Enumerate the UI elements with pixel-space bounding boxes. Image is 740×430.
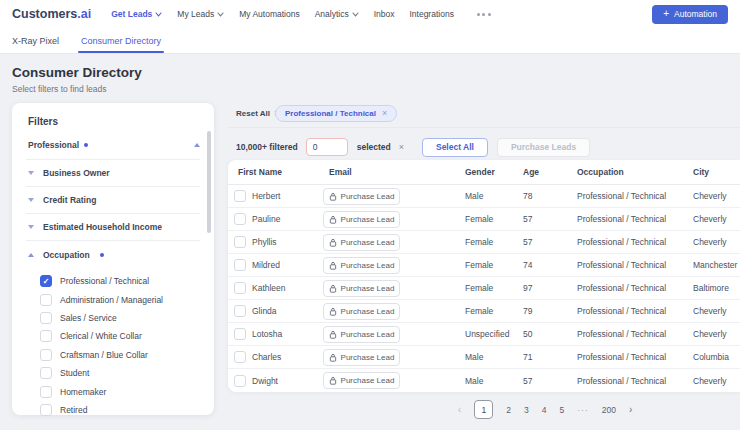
section-label: Estimated Household Income [43,222,162,232]
cell-gender: Female [465,260,523,270]
automation-button-label: Automation [674,9,717,19]
purchase-lead-button[interactable]: Purchase Lead [323,188,400,205]
category-label: Professional [28,140,79,150]
filter-section-household-income[interactable]: Estimated Household Income [26,214,200,241]
row-checkbox[interactable] [234,259,246,271]
cell-age: 57 [523,214,577,224]
checkbox[interactable] [40,349,52,361]
cell-age: 79 [523,306,577,316]
cell-city: Columbia [693,352,740,362]
filter-chip-professional-technical[interactable]: Professional / Technical × [275,105,397,122]
cell-first-name: Mildred [252,260,323,270]
lock-icon [329,215,337,224]
page-button-2[interactable]: 2 [506,405,511,415]
nav-item-integrations[interactable]: Integrations [409,9,453,19]
page-button-3[interactable]: 3 [524,405,529,415]
checkbox[interactable] [40,312,52,324]
option-student[interactable]: Student [40,364,204,382]
purchase-lead-button[interactable]: Purchase Lead [323,280,400,297]
lock-icon [329,330,337,339]
cell-city: Cheverly [693,376,740,386]
page-button-5[interactable]: 5 [560,405,565,415]
cell-occupation: Professional / Technical [577,283,693,293]
reset-all-button[interactable]: Reset All × [236,109,279,118]
row-checkbox[interactable] [234,282,246,294]
option-retired[interactable]: Retired [40,401,204,419]
add-automation-button[interactable]: + Automation [652,5,728,24]
purchase-lead-button[interactable]: Purchase Lead [323,326,400,343]
purchase-leads-button[interactable]: Purchase Leads [497,138,590,157]
option-label: Craftsman / Blue Collar [60,350,148,360]
purchase-lead-button[interactable]: Purchase Lead [323,349,400,366]
nav-item-my-leads[interactable]: My Leads [177,9,224,19]
purchase-lead-button[interactable]: Purchase Lead [323,234,400,251]
chip-remove-icon[interactable]: × [382,109,387,118]
page-button-1[interactable]: 1 [474,400,493,419]
select-all-button[interactable]: Select All [422,138,488,157]
cell-gender: Male [465,352,523,362]
option-label: Professional / Technical [60,276,149,286]
checkbox[interactable] [40,330,52,342]
cell-email: Purchase Lead [323,257,465,274]
row-checkbox[interactable] [234,305,246,317]
cell-first-name: Herbert [252,191,323,201]
app-logo[interactable]: Customers.ai [12,7,91,21]
filter-section-credit-rating[interactable]: Credit Rating [26,187,200,214]
checkbox[interactable] [40,294,52,306]
chip-label: Professional / Technical [285,109,376,118]
checkbox[interactable] [40,386,52,398]
filter-section-business-owner[interactable]: Business Owner [26,160,200,187]
checkbox-checked[interactable]: ✓ [40,275,52,287]
tab-consumer-directory[interactable]: Consumer Directory [81,28,161,53]
table-row: Kathleen Purchase Lead Female 97 Profess… [228,277,740,300]
cell-first-name: Kathleen [252,283,323,293]
cell-city: Cheverly [693,306,740,316]
clear-selection-icon[interactable]: × [399,143,404,152]
filter-section-occupation[interactable]: Occupation [26,241,200,268]
option-professional-technical[interactable]: ✓ Professional / Technical [40,272,204,290]
collapse-arrow-icon[interactable] [194,143,200,147]
option-craftsman-blue-collar[interactable]: Craftsman / Blue Collar [40,346,204,364]
previous-page-icon[interactable]: ‹ [458,404,461,415]
table-row: Mildred Purchase Lead Female 74 Professi… [228,254,740,277]
option-homemaker[interactable]: Homemaker [40,382,204,400]
tab-xray-pixel[interactable]: X-Ray Pixel [12,28,59,53]
sub-tabbar: X-Ray Pixel Consumer Directory [0,28,740,54]
option-label: Administration / Managerial [60,295,163,305]
more-options-icon[interactable] [477,13,491,16]
cell-age: 78 [523,191,577,201]
top-navbar: Customers.ai Get Leads My Leads My Autom… [0,0,740,28]
nav-item-my-automations[interactable]: My Automations [239,9,299,19]
filter-category-professional[interactable]: Professional [28,140,200,150]
filters-scrollbar[interactable] [207,131,211,233]
page-button-4[interactable]: 4 [542,405,547,415]
nav-item-inbox[interactable]: Inbox [374,9,395,19]
cell-gender: Female [465,214,523,224]
cell-gender: Unspecified [465,329,523,339]
next-page-icon[interactable]: › [629,404,632,415]
option-label: Retired [60,405,87,415]
checkbox[interactable] [40,404,52,416]
selected-count-input[interactable] [306,138,348,156]
row-checkbox[interactable] [234,351,246,363]
occupation-options-list: ✓ Professional / Technical Administratio… [40,272,204,419]
page-subtitle: Select filters to find leads [12,84,107,94]
nav-item-analytics[interactable]: Analytics [315,9,359,19]
row-checkbox[interactable] [234,190,246,202]
purchase-lead-button[interactable]: Purchase Lead [323,303,400,320]
row-checkbox[interactable] [234,375,246,387]
row-checkbox[interactable] [234,328,246,340]
purchase-lead-button[interactable]: Purchase Lead [323,372,400,389]
row-checkbox[interactable] [234,236,246,248]
purchase-lead-button[interactable]: Purchase Lead [323,211,400,228]
purchase-lead-button[interactable]: Purchase Lead [323,257,400,274]
cell-age: 97 [523,283,577,293]
option-administration-managerial[interactable]: Administration / Managerial [40,290,204,308]
option-clerical-white-collar[interactable]: Clerical / White Collar [40,327,204,345]
nav-item-get-leads[interactable]: Get Leads [111,9,162,19]
cell-city: Cheverly [693,214,740,224]
option-sales-service[interactable]: Sales / Service [40,309,204,327]
checkbox[interactable] [40,367,52,379]
row-checkbox[interactable] [234,213,246,225]
page-button-200[interactable]: 200 [602,405,616,415]
